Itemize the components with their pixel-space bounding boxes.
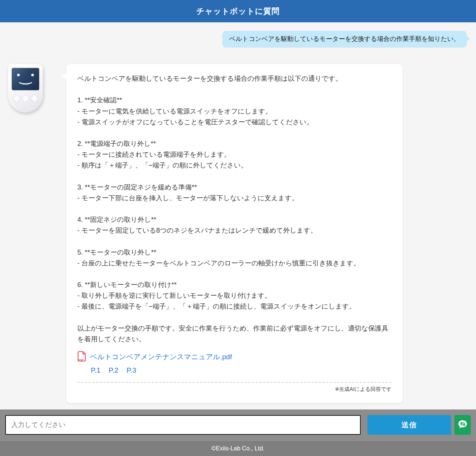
robot-face-icon bbox=[8, 64, 43, 112]
message-input-bar: 送信 bbox=[0, 409, 476, 440]
message-input[interactable] bbox=[5, 415, 361, 435]
chat-circuit-icon bbox=[457, 419, 468, 431]
robot-diamond-buttons bbox=[8, 96, 43, 101]
diamond-icon bbox=[30, 95, 38, 102]
chatbot-page: チャットボットに質問 ベルトコンベアを駆動しているモーターを交換する場合の作業手… bbox=[0, 0, 476, 456]
app-footer: ©Exiis-Lab Co., Ltd. bbox=[0, 440, 476, 456]
divider bbox=[77, 382, 392, 383]
copyright-text: ©Exiis-Lab Co., Ltd. bbox=[212, 445, 265, 452]
page-link-2[interactable]: P.2 bbox=[109, 366, 118, 374]
ai-disclaimer: ※生成AIによる回答です bbox=[77, 386, 392, 393]
user-message-row: ベルトコンベアを駆動しているモーターを交換する場合の作業手順を知りたい。 bbox=[0, 22, 476, 47]
diamond-icon bbox=[22, 95, 29, 102]
bot-message-body: ベルトコンベアを駆動しているモーターを交換する場合の作業手順は以下の通りです。 … bbox=[77, 73, 392, 345]
diamond-icon bbox=[13, 95, 20, 102]
send-button[interactable]: 送信 bbox=[367, 415, 451, 435]
page-link-1[interactable]: P.1 bbox=[91, 366, 100, 374]
pdf-icon: PDF bbox=[77, 351, 87, 363]
chat-toggle-button[interactable] bbox=[454, 415, 471, 435]
robot-smile bbox=[17, 76, 34, 84]
svg-text:PDF: PDF bbox=[78, 358, 84, 362]
user-message-bubble: ベルトコンベアを駆動しているモーターを交換する場合の作業手順を知りたい。 bbox=[222, 31, 467, 47]
attachment-row: PDF ベルトコンベアメンテナンスマニュアル.pdf bbox=[77, 351, 392, 363]
bot-message-card: ベルトコンベアを駆動しているモーターを交換する場合の作業手順は以下の通りです。 … bbox=[66, 64, 403, 403]
pdf-file-link[interactable]: ベルトコンベアメンテナンスマニュアル.pdf bbox=[90, 352, 232, 362]
robot-eye-right bbox=[31, 74, 34, 76]
page-link-3[interactable]: P.3 bbox=[126, 366, 136, 374]
app-header: チャットボットに質問 bbox=[0, 0, 476, 22]
chat-area: ベルトコンベアを駆動しているモーターを交換する場合の作業手順を知りたい。 ベルト… bbox=[0, 22, 476, 409]
page-title: チャットボットに質問 bbox=[196, 6, 280, 16]
robot-screen bbox=[11, 67, 40, 91]
robot-eye-left bbox=[17, 74, 20, 76]
bot-message-row: ベルトコンベアを駆動しているモーターを交換する場合の作業手順は以下の通りです。 … bbox=[0, 47, 476, 403]
page-links: P.1 P.2 P.3 bbox=[91, 366, 392, 374]
